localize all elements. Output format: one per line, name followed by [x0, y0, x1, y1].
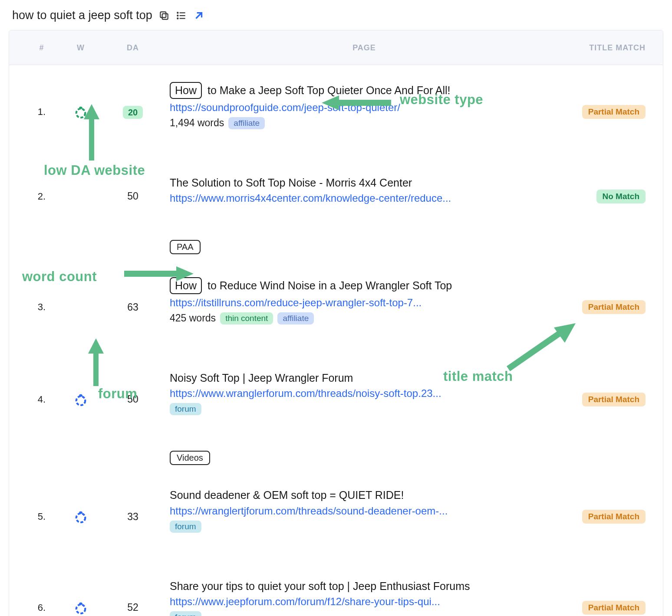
svg-point-10 [76, 109, 86, 118]
w-cell [57, 601, 105, 614]
match-cell: Partial Match [559, 393, 646, 406]
match-cell: Partial Match [559, 510, 646, 524]
title-match-badge: Partial Match [582, 601, 646, 615]
result-meta: forum [170, 611, 550, 616]
col-rank: # [26, 43, 57, 52]
page-cell: How to Reduce Wind Noise in a Jeep Wrang… [161, 273, 559, 342]
page-cell: Noisy Soft Top | Jeep Wrangler Forumhttp… [161, 367, 559, 433]
word-count: 1,494 words [170, 117, 224, 129]
col-match: TITLE MATCH [559, 43, 646, 52]
result-meta: forum [170, 521, 550, 533]
rank-cell: 4. [26, 394, 57, 405]
peach-icon [74, 510, 87, 523]
result-url[interactable]: https://www.wranglerforum.com/threads/no… [170, 387, 500, 400]
result-title[interactable]: Sound deadener & OEM soft top = QUIET RI… [170, 488, 550, 502]
title-match-badge: No Match [596, 190, 646, 203]
da-cell: 20 [105, 106, 161, 118]
title-match-badge: Partial Match [582, 105, 646, 119]
table-row[interactable]: 2.50The Solution to Soft Top Noise - Mor… [26, 159, 646, 234]
tag-forum: forum [170, 521, 201, 533]
table-row[interactable]: 5.33Sound deadener & OEM soft top = QUIE… [26, 471, 646, 562]
w-cell [57, 510, 105, 523]
table-row[interactable]: 3.63How to Reduce Wind Noise in a Jeep W… [26, 260, 646, 354]
result-title[interactable]: Noisy Soft Top | Jeep Wrangler Forum [170, 371, 550, 385]
query-text: how to quiet a jeep soft top [12, 9, 152, 22]
tag-thin-content: thin content [220, 312, 273, 324]
page-cell: The Solution to Soft Top Noise - Morris … [161, 171, 559, 222]
section-label: PAA [170, 240, 201, 254]
col-page: PAGE [161, 43, 559, 52]
col-da: DA [105, 43, 161, 52]
rank-cell: 6. [26, 602, 57, 613]
section-videos: Videos [170, 445, 646, 471]
svg-point-6 [177, 15, 178, 16]
section-paa: PAA [170, 234, 646, 260]
result-meta: forum [170, 403, 550, 415]
keyword-box: How [170, 277, 202, 294]
page-cell: Share your tips to quiet your soft top |… [161, 575, 559, 616]
svg-point-12 [76, 396, 86, 405]
serp-table: # W DA PAGE TITLE MATCH 1.20How to Make … [9, 30, 663, 616]
match-cell: Partial Match [559, 601, 646, 615]
title-match-badge: Partial Match [582, 510, 646, 524]
result-url[interactable]: https://www.jeepforum.com/forum/f12/shar… [170, 596, 500, 608]
match-cell: No Match [559, 190, 646, 203]
keyword-box: How [170, 82, 202, 99]
w-cell [57, 105, 105, 118]
list-icon[interactable] [176, 10, 187, 21]
peach-icon [74, 601, 87, 614]
svg-rect-0 [162, 13, 168, 19]
da-cell: 50 [105, 190, 161, 202]
result-url[interactable]: https://www.morris4x4center.com/knowledg… [170, 192, 500, 204]
table-row[interactable]: 4.50Noisy Soft Top | Jeep Wrangler Forum… [26, 354, 646, 445]
w-cell [57, 393, 105, 406]
page-cell: Sound deadener & OEM soft top = QUIET RI… [161, 484, 559, 550]
rank-cell: 2. [26, 191, 57, 202]
match-cell: Partial Match [559, 300, 646, 314]
tag-affiliate: affiliate [228, 117, 265, 129]
table-header: # W DA PAGE TITLE MATCH [9, 30, 663, 65]
result-url[interactable]: https://soundproofguide.com/jeep-soft-to… [170, 102, 500, 114]
svg-point-16 [76, 604, 86, 613]
result-meta: 1,494 wordsaffiliate [170, 117, 550, 129]
rank-cell: 5. [26, 511, 57, 522]
da-badge: 20 [123, 106, 143, 119]
match-cell: Partial Match [559, 105, 646, 119]
svg-point-7 [177, 18, 178, 19]
external-link-icon[interactable] [193, 10, 204, 21]
result-url[interactable]: https://itstillruns.com/reduce-jeep-wran… [170, 297, 500, 309]
page-cell: How to Make a Jeep Soft Top Quieter Once… [161, 78, 559, 147]
svg-rect-1 [160, 12, 166, 17]
svg-point-5 [177, 12, 178, 13]
rank-cell: 1. [26, 106, 57, 118]
tag-forum: forum [170, 611, 201, 616]
da-cell: 33 [105, 511, 161, 523]
da-cell: 63 [105, 301, 161, 313]
table-body: 1.20How to Make a Jeep Soft Top Quieter … [9, 65, 663, 616]
peach-icon [74, 393, 87, 406]
svg-point-14 [76, 514, 86, 523]
peach-icon [74, 105, 87, 118]
da-cell: 50 [105, 393, 161, 405]
rank-cell: 3. [26, 301, 57, 313]
col-w: W [57, 43, 105, 52]
tag-affiliate: affiliate [277, 312, 314, 324]
result-title[interactable]: How to Reduce Wind Noise in a Jeep Wrang… [170, 277, 550, 294]
copy-icon[interactable] [158, 10, 170, 21]
table-row[interactable]: 6.52Share your tips to quiet your soft t… [26, 562, 646, 616]
title-match-badge: Partial Match [582, 393, 646, 406]
result-title[interactable]: The Solution to Soft Top Noise - Morris … [170, 176, 550, 190]
query-header: how to quiet a jeep soft top [9, 4, 663, 30]
result-meta: 425 wordsthin contentaffiliate [170, 312, 550, 324]
section-label: Videos [170, 451, 210, 465]
da-cell: 52 [105, 602, 161, 613]
tag-forum: forum [170, 403, 201, 415]
title-match-badge: Partial Match [582, 300, 646, 314]
result-url[interactable]: https://wranglertjforum.com/threads/soun… [170, 505, 500, 517]
svg-line-8 [196, 13, 201, 18]
word-count: 425 words [170, 312, 216, 324]
result-title[interactable]: Share your tips to quiet your soft top |… [170, 579, 550, 593]
table-row[interactable]: 1.20How to Make a Jeep Soft Top Quieter … [26, 65, 646, 159]
result-title[interactable]: How to Make a Jeep Soft Top Quieter Once… [170, 82, 550, 99]
